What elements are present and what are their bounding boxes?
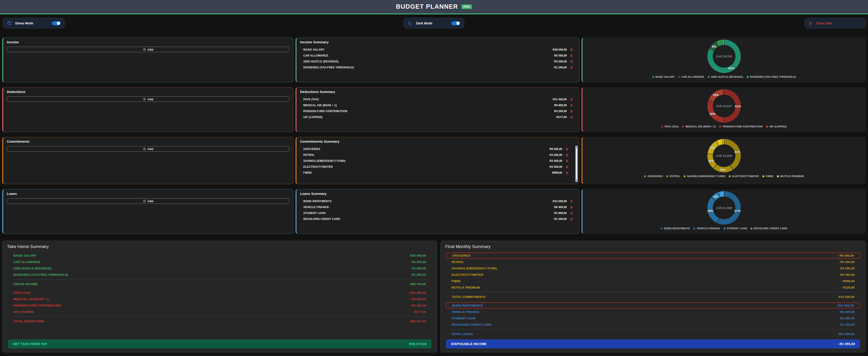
demo-mode-pill[interactable]: Demo Mode (3, 18, 65, 29)
delete-icon[interactable] (570, 206, 573, 209)
net-pay-value: R36 073,00 (409, 342, 427, 346)
summary-row: UIF (CAPPED)R177,00 (300, 114, 576, 120)
add-label: Add (148, 48, 153, 51)
legend-item[interactable]: NETFLIX PREMIUM (777, 175, 804, 178)
legend-dot (660, 228, 662, 230)
loans-donut-chart: 57%29%8%ZAR 21,900 (707, 191, 741, 225)
toolbar: Demo Mode Dark Mode Clear Data (0, 18, 868, 29)
legend-label: PENSION FUND CONTRIBUTION (722, 125, 763, 128)
total-commitments-row: TOTAL COMMITMENTS R15 828,00 (447, 294, 859, 300)
bottom-panels: Take Home Summary BASIC SALARYR48 500,00… (2, 241, 866, 352)
legend-item[interactable]: FIBRE (762, 175, 774, 178)
legend-item[interactable]: GROCERIES (644, 175, 663, 178)
legend-item[interactable]: DIVIDENDS (TAX-FREE THRESHOLD) (747, 76, 796, 78)
commitments-add-button[interactable]: Add (7, 146, 289, 152)
loans-summary-list: BOND REPAYMENTSR12 500,00VEHICLE FINANCE… (300, 198, 576, 222)
delete-icon[interactable] (565, 159, 568, 163)
delete-icon[interactable] (570, 48, 573, 52)
legend-item[interactable]: STUDENT LOAN (723, 227, 747, 230)
legend-dot (719, 126, 721, 128)
item-value: - R4 200,00 (410, 304, 426, 307)
delete-icon[interactable] (565, 153, 568, 157)
clear-data-button[interactable]: Clear Data (804, 18, 866, 29)
circle-plus-icon (143, 200, 146, 203)
trash-icon (809, 21, 812, 25)
deductions-title: Deductions (7, 90, 289, 94)
demo-mode-toggle[interactable] (52, 21, 61, 25)
summary-row: VEHICLE FINANCER6 400,00 (300, 204, 576, 210)
income-add-button[interactable]: Add (7, 47, 289, 52)
statement-row: SIDE HUSTLE (REVENUE)R3 500,00 (9, 265, 431, 271)
legend-item[interactable]: CAR ALLOWANCE (678, 76, 704, 78)
scrollbar-thumb[interactable] (576, 148, 578, 179)
legend-label: SIDE HUSTLE (REVENUE) (711, 76, 743, 78)
legend-label: BOND REPAYMENTS (664, 227, 690, 230)
scroll-down-arrow[interactable] (576, 180, 577, 181)
statement-row: NETFLIX PREMIUM- R229,00 (447, 284, 859, 291)
delete-icon[interactable] (570, 66, 573, 69)
deductions-add-button[interactable]: Add (7, 96, 289, 102)
dark-mode-toggle[interactable] (452, 21, 460, 25)
legend-item[interactable]: SAVINGS (EMERGENCY FUND) (684, 175, 725, 178)
item-value: - R6 400,00 (838, 310, 855, 314)
income-summary-list: BASIC SALARYR48 500,00CAR ALLOWANCER5 50… (300, 47, 576, 70)
item-label: SAVINGS (EMERGENCY FUND) (452, 267, 497, 270)
delete-icon[interactable] (570, 217, 573, 221)
delete-icon[interactable] (565, 165, 568, 169)
delete-icon[interactable] (570, 110, 573, 113)
legend-dot (708, 76, 710, 78)
summary-row: SAVINGS (EMERGENCY FUND)R2 500,00 (300, 158, 576, 164)
delete-icon[interactable] (570, 98, 573, 101)
legend-item[interactable]: PENSION FUND CONTRIBUTION (719, 125, 763, 128)
delete-icon[interactable] (570, 211, 573, 215)
dark-mode-pill[interactable]: Dark Mode (404, 18, 465, 29)
delete-icon[interactable] (570, 104, 573, 107)
item-value: R48 500,00 (553, 48, 567, 51)
legend-item[interactable]: BOND REPAYMENTS (660, 227, 690, 230)
delete-icon[interactable] (570, 200, 573, 203)
deductions-chart-legend: PAYE (TAX)MEDICAL AID (MAIN + 1)PENSION … (661, 125, 787, 128)
delete-icon[interactable] (570, 54, 573, 57)
legend-item[interactable]: ELECTRICITY/WATER (728, 175, 759, 178)
legend-dot (682, 126, 684, 128)
legend-item[interactable]: UIF (CAPPED) (766, 125, 787, 128)
legend-item[interactable]: PETROL (666, 175, 680, 178)
scrollbar[interactable] (576, 146, 578, 182)
item-label: UIF (CAPPED) (13, 310, 34, 314)
legend-item[interactable]: VEHICLE FINANCE (693, 227, 720, 230)
loans-summary-title: Loans Summary (300, 192, 576, 196)
item-value: R1 200,00 (554, 217, 567, 220)
loans-add-button[interactable]: Add (7, 198, 289, 204)
commitments-summary-card: Commitments Summary GROCERIESR6 500,00PE… (296, 137, 579, 184)
app-title: BUDGET PLANNER (396, 3, 458, 10)
legend-label: DIVIDENDS (TAX-FREE THRESHOLD) (750, 76, 796, 78)
delete-icon[interactable] (570, 116, 573, 119)
legend-item[interactable]: PAYE (TAX) (661, 125, 679, 128)
take-home-deduction-rows: PAYE (TAX)- R11 450,00MEDICAL AID (MAIN … (7, 290, 432, 315)
add-label: Add (148, 147, 153, 151)
item-label: STUDENT LOAN (452, 317, 475, 320)
legend-dot (747, 76, 749, 78)
legend-item[interactable]: MEDICAL AID (MAIN + 1) (682, 125, 716, 128)
deductions-summary-title: Deductions Summary (300, 90, 576, 94)
delete-icon[interactable] (565, 171, 568, 175)
scroll-up-arrow[interactable] (576, 147, 577, 148)
item-value: R4 200,00 (554, 110, 567, 113)
statement-row: ELECTRICITY/WATER- R2 400,00 (447, 271, 859, 278)
item-label: MEDICAL AID (MAIN + 1) (13, 297, 50, 301)
take-home-title: Take Home Summary (7, 244, 432, 249)
delete-icon[interactable] (570, 60, 573, 63)
circle-plus-icon (143, 98, 146, 101)
statement-row: PETROL- R3 200,00 (447, 259, 859, 265)
final-monthly-summary-panel: Final Monthly Summary GROCERIES- R6 500,… (440, 241, 866, 352)
item-label: BOND REPAYMENTS (452, 304, 483, 307)
item-label: PENSION FUND CONTRIBUTION (303, 110, 347, 113)
item-value: R11 450,00 (553, 98, 567, 101)
legend-item[interactable]: REVOLVING CREDIT CARD (750, 227, 787, 230)
legend-item[interactable]: BASIC SALARY (652, 76, 675, 78)
item-value: R1 200,00 (554, 66, 567, 69)
legend-dot (750, 228, 752, 230)
net-take-home-pay-bar: NET TAKE HOME PAY R36 073,00 (8, 339, 432, 349)
legend-item[interactable]: SIDE HUSTLE (REVENUE) (708, 76, 743, 78)
delete-icon[interactable] (565, 147, 568, 151)
